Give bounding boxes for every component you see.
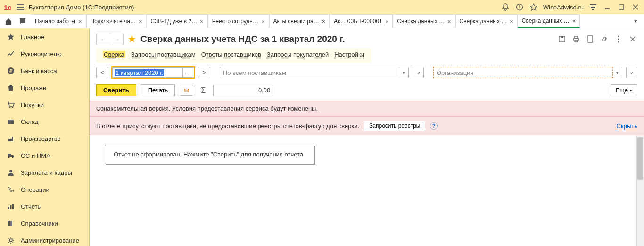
sidebar: ГлавноеРуководителю₽Банк и кассаПродажиП…: [0, 28, 90, 246]
tab-8[interactable]: Сверка данных …×: [518, 14, 580, 28]
tab-close-icon[interactable]: ×: [572, 17, 576, 25]
org-open-button[interactable]: ↗: [626, 67, 637, 78]
org-input[interactable]: Организация: [433, 67, 613, 78]
sidebar-item-label: Руководителю: [21, 50, 62, 57]
org-combo: Организация ▾: [433, 67, 622, 78]
report-placeholder-box: Отчет не сформирован. Нажмите "Сверить" …: [105, 145, 314, 164]
sidebar-item-7[interactable]: ОС и НМА: [0, 147, 89, 164]
subtab-1[interactable]: Запросы поставщикам: [131, 51, 196, 58]
supplier-dropdown-icon[interactable]: ▾: [399, 67, 409, 78]
print-icon[interactable]: [571, 34, 581, 44]
tab-label: СЗВ-ТД уже в 2…: [151, 18, 198, 25]
sidebar-item-label: Администрирование: [21, 237, 79, 244]
tabs-dropdown-icon[interactable]: ▾: [630, 16, 641, 27]
vertical-scrollbar[interactable]: [636, 135, 644, 246]
scroll-thumb[interactable]: [637, 137, 643, 180]
minimize-icon[interactable]: [603, 2, 612, 12]
tab-label: Сверка данных …: [397, 18, 445, 25]
tab-close-icon[interactable]: ×: [385, 18, 389, 25]
sidebar-item-10[interactable]: Отчеты: [0, 198, 89, 215]
home-icon[interactable]: [3, 16, 14, 27]
sidebar-item-12[interactable]: Администрирование: [0, 232, 89, 246]
sidebar-item-2[interactable]: ₽Банк и касса: [0, 62, 89, 79]
close-page-icon[interactable]: [628, 34, 637, 44]
tab-close-icon[interactable]: ×: [322, 18, 326, 25]
document-icon[interactable]: [586, 34, 595, 44]
svg-rect-14: [10, 205, 12, 209]
nav-back-button[interactable]: ←: [97, 33, 110, 45]
sidebar-item-0[interactable]: Главное: [0, 28, 89, 45]
save-icon[interactable]: [557, 34, 567, 44]
period-picker-button[interactable]: ...: [183, 67, 194, 78]
sidebar-item-5[interactable]: Склад: [0, 113, 89, 130]
sidebar-item-9[interactable]: ДтКтОперации: [0, 181, 89, 198]
tab-label: Подключите ча…: [91, 18, 136, 25]
sidebar-item-label: Зарплата и кадры: [21, 169, 72, 176]
filter-icon[interactable]: [588, 2, 598, 12]
tab-close-icon[interactable]: ×: [447, 18, 451, 25]
tab-close-icon[interactable]: ×: [200, 18, 204, 25]
supplier-combo: По всем поставщикам ▾: [220, 67, 409, 78]
star-icon: [7, 33, 15, 41]
subtab-0[interactable]: Сверка: [103, 51, 125, 58]
sidebar-item-4[interactable]: Покупки: [0, 96, 89, 113]
tab-7[interactable]: Сверка данных …×: [455, 14, 518, 28]
brand-link[interactable]: WiseAdwise.ru: [543, 4, 584, 11]
info-banner-2: В отчете присутствуют поставщики, не пре…: [90, 116, 644, 135]
tab-close-icon[interactable]: ×: [78, 18, 82, 25]
tab-close-icon[interactable]: ×: [510, 18, 513, 25]
subtab-4[interactable]: Настройки: [334, 51, 364, 58]
sidebar-item-11[interactable]: Справочники: [0, 215, 89, 232]
svg-rect-15: [12, 204, 14, 209]
mail-button[interactable]: ✉: [180, 85, 193, 96]
period-prev-button[interactable]: <: [96, 67, 108, 78]
request-registries-button[interactable]: Запросить реестры: [364, 121, 425, 131]
period-next-button[interactable]: >: [198, 67, 210, 78]
tab-0[interactable]: Начало работы×: [31, 14, 86, 28]
print-button[interactable]: Печать: [141, 84, 175, 96]
favorite-star-icon[interactable]: ★: [127, 33, 137, 45]
svg-point-25: [618, 36, 619, 37]
org-dropdown-icon[interactable]: ▾: [613, 67, 622, 78]
tab-3[interactable]: Реестр сотрудн…×: [208, 14, 269, 28]
hide-link[interactable]: Скрыть: [617, 123, 637, 130]
star-outline-icon[interactable]: [529, 2, 538, 12]
chat-icon[interactable]: [17, 16, 28, 27]
close-window-icon[interactable]: [631, 2, 640, 12]
tab-2[interactable]: СЗВ-ТД уже в 2…×: [147, 14, 208, 28]
more-button[interactable]: Еще ▾: [611, 84, 637, 96]
svg-rect-22: [575, 36, 578, 38]
tab-label: Акты сверки ра…: [273, 18, 319, 25]
supplier-input[interactable]: По всем поставщикам: [220, 67, 399, 78]
sidebar-item-6[interactable]: Производство: [0, 130, 89, 147]
maximize-icon[interactable]: [617, 2, 626, 12]
title-bar: 1c Бухгалтерия Демо (1С:Предприятие) Wis…: [0, 0, 644, 14]
bell-icon[interactable]: [501, 2, 510, 12]
sidebar-item-8[interactable]: Зарплата и кадры: [0, 164, 89, 181]
subtab-3[interactable]: Запросы покупателей: [267, 51, 329, 58]
nav-forward-button[interactable]: →: [110, 33, 123, 45]
sidebar-item-3[interactable]: Продажи: [0, 79, 89, 96]
tab-4[interactable]: Акты сверки ра…×: [269, 14, 330, 28]
link-icon[interactable]: [600, 34, 609, 44]
sidebar-item-label: Отчеты: [21, 203, 42, 210]
history-icon[interactable]: [515, 2, 524, 12]
period-input[interactable]: 1 квартал 2020 г.: [112, 67, 183, 78]
tab-close-icon[interactable]: ×: [139, 18, 142, 25]
books-icon: [7, 219, 15, 228]
more-vertical-icon[interactable]: [614, 34, 623, 44]
sidebar-item-1[interactable]: Руководителю: [0, 45, 89, 62]
app-logo: 1c: [4, 3, 12, 11]
hamburger-icon[interactable]: [16, 2, 25, 12]
tab-1[interactable]: Подключите ча…×: [86, 14, 147, 28]
tab-5[interactable]: Ак… 00БП-000001×: [330, 14, 393, 28]
verify-button[interactable]: Сверить: [96, 84, 136, 96]
tab-6[interactable]: Сверка данных …×: [393, 14, 455, 28]
report-area: Отчет не сформирован. Нажмите "Сверить" …: [90, 135, 644, 246]
supplier-open-button[interactable]: ↗: [413, 67, 424, 78]
svg-text:Кт: Кт: [10, 189, 14, 193]
subtab-2[interactable]: Ответы поставщиков: [201, 51, 261, 58]
tab-close-icon[interactable]: ×: [261, 18, 265, 25]
help-icon[interactable]: ?: [430, 122, 438, 130]
svg-point-4: [9, 107, 11, 108]
